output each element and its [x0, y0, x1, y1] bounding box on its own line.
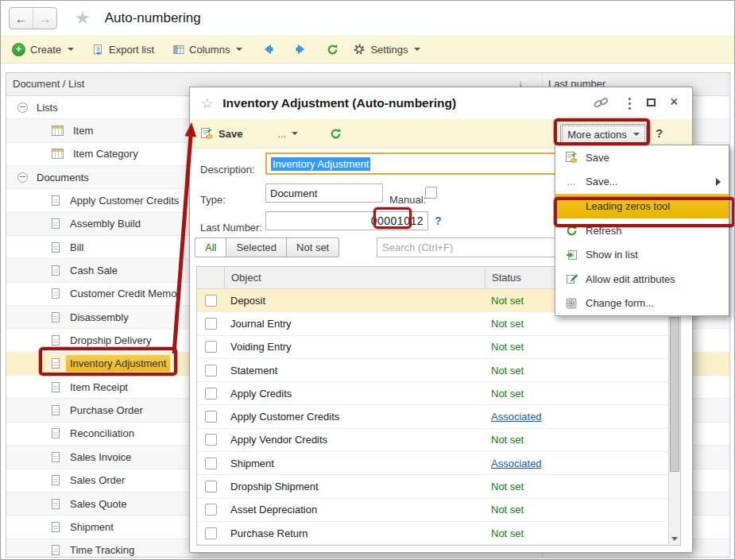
description-label: Description:	[200, 164, 255, 176]
table-row[interactable]: Purchase ReturnNot set	[197, 522, 680, 545]
object-cell: Voiding Entry	[224, 341, 485, 353]
row-checkbox[interactable]	[205, 411, 217, 423]
document-icon	[52, 288, 60, 299]
table-row[interactable]: Apply Customer CreditsAssociated	[197, 405, 680, 428]
tab-all[interactable]: All	[195, 238, 226, 257]
menu-item-label: Change form...	[586, 297, 654, 309]
refresh-icon[interactable]	[327, 44, 338, 56]
columns-label: Columns	[189, 44, 230, 56]
save-icon	[565, 151, 578, 164]
status-cell-associated-link[interactable]: Associated	[485, 411, 680, 423]
table-row[interactable]: StatementNot set	[197, 359, 680, 382]
column-header-document-list[interactable]: Document / List	[13, 78, 84, 90]
forward-button[interactable]: →	[33, 8, 56, 29]
row-checkbox[interactable]	[205, 341, 217, 353]
submenu-arrow-icon	[716, 178, 721, 186]
dialog-refresh-button[interactable]	[330, 128, 342, 140]
menu-item-label: Allow edit attributes	[586, 273, 675, 285]
menu-item-allow-edit-attributes[interactable]: Allow edit attributes	[555, 267, 729, 292]
chevron-down-icon	[236, 48, 242, 51]
row-checkbox[interactable]	[205, 434, 217, 446]
command-bar: + Create Export list Columns Settings	[1, 36, 734, 64]
table-row[interactable]: Dropship ShipmentNot set	[197, 475, 680, 498]
document-icon	[52, 312, 60, 322]
favorite-star-icon[interactable]: ★	[75, 8, 91, 29]
document-icon	[52, 382, 60, 392]
favorite-star-outline-icon[interactable]: ☆	[201, 95, 213, 112]
last-number-help-link[interactable]: ?	[435, 214, 442, 227]
status-cell-associated-link[interactable]: Associated	[485, 458, 680, 469]
export-icon	[93, 44, 104, 56]
document-icon	[52, 452, 60, 462]
row-checkbox[interactable]	[205, 365, 217, 377]
document-icon	[52, 428, 60, 438]
table-row[interactable]: Voiding EntryNot set	[197, 336, 680, 359]
document-icon	[52, 265, 60, 276]
scroll-down-button[interactable]	[669, 533, 680, 545]
row-checkbox[interactable]	[205, 295, 217, 307]
row-checkbox[interactable]	[205, 318, 217, 330]
row-checkbox[interactable]	[205, 481, 217, 492]
tree-item-label: Shipment	[70, 521, 114, 533]
help-button[interactable]: ?	[656, 126, 663, 140]
tab-not-set[interactable]: Not set	[286, 238, 339, 257]
settings-button[interactable]: Settings	[353, 43, 420, 56]
tab-selected[interactable]: Selected	[226, 238, 287, 257]
collapse-icon[interactable]	[17, 102, 28, 113]
document-icon	[52, 522, 60, 532]
tree-group-label: Lists	[37, 102, 58, 114]
forward-arrow-icon: →	[39, 12, 51, 25]
last-number-label: Last Number:	[200, 222, 262, 234]
create-button[interactable]: + Create	[12, 43, 74, 56]
table-row[interactable]: Apply CreditsNot set	[197, 382, 680, 405]
row-checkbox[interactable]	[205, 388, 217, 400]
annotation-box-more-actions	[554, 118, 650, 145]
app-window: ← → ★ Auto-numbering + Create Export lis…	[0, 0, 735, 560]
status-cell: Not set	[485, 318, 680, 330]
columns-button[interactable]: Columns	[173, 44, 242, 56]
save-icon	[200, 127, 213, 140]
kebab-menu-icon[interactable]	[629, 98, 631, 100]
table-row[interactable]: Asset DepreciationNot set	[197, 499, 680, 522]
manual-checkbox[interactable]	[425, 187, 437, 199]
previous-arrow-icon[interactable]	[263, 44, 274, 55]
save-more-button[interactable]: ...	[277, 128, 298, 140]
object-cell: Purchase Return	[224, 527, 485, 539]
menu-item-show-in-list[interactable]: Show in list	[555, 242, 729, 267]
maximize-icon[interactable]	[647, 98, 656, 106]
status-cell: Not set	[485, 365, 680, 377]
status-cell: Not set	[485, 527, 680, 539]
tree-item-label: Sales Order	[70, 474, 125, 486]
tree-item-label: Time Tracking	[70, 544, 134, 556]
back-button[interactable]: ←	[10, 8, 33, 29]
row-checkbox[interactable]	[205, 504, 217, 516]
menu-item-save-submenu[interactable]: ... Save...	[555, 170, 729, 195]
object-cell: Asset Depreciation	[224, 504, 485, 516]
export-list-button[interactable]: Export list	[93, 44, 154, 56]
scrollbar-thumb[interactable]	[670, 317, 679, 472]
chevron-down-icon	[414, 48, 420, 51]
type-field[interactable]: Document	[265, 183, 383, 203]
next-arrow-icon[interactable]	[295, 44, 306, 55]
row-checkbox[interactable]	[205, 527, 217, 539]
document-icon	[52, 475, 60, 485]
get-link-icon[interactable]	[594, 96, 609, 109]
chevron-down-icon	[292, 132, 298, 135]
table-row[interactable]: ShipmentAssociated	[197, 452, 680, 475]
table-row[interactable]: Apply Vendor CreditsNot set	[197, 429, 680, 452]
tree-item-label: Bill	[70, 241, 83, 253]
show-in-list-icon	[566, 249, 578, 261]
close-icon[interactable]: ×	[670, 94, 679, 110]
columns-icon	[173, 44, 184, 55]
menu-item-change-form[interactable]: Change form...	[555, 291, 729, 315]
row-checkbox[interactable]	[205, 458, 217, 469]
document-icon	[52, 405, 60, 415]
save-button[interactable]: Save	[200, 127, 242, 140]
collapse-icon[interactable]	[17, 172, 28, 183]
menu-item-label: Save...	[586, 176, 617, 187]
menu-item-save[interactable]: Save	[555, 145, 729, 170]
object-column-header[interactable]: Object	[224, 267, 485, 288]
object-cell: Apply Vendor Credits	[224, 434, 485, 446]
dialog-title-bar: ☆ Inventory Adjustment (Auto-numbering) …	[190, 87, 692, 119]
document-icon	[52, 499, 60, 509]
